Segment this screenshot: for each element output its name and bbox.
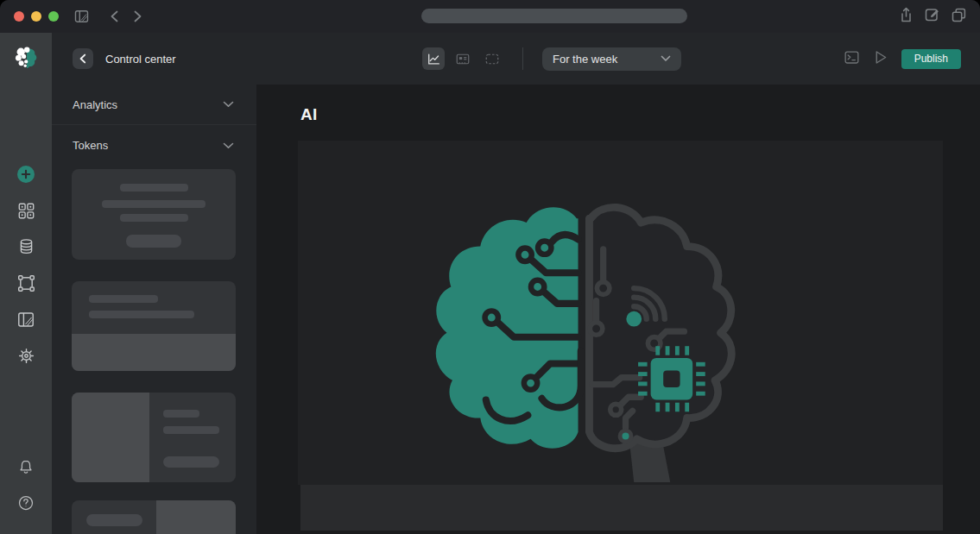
wifi-dot <box>626 311 642 327</box>
period-dropdown[interactable]: For the week <box>542 47 681 71</box>
token-skeleton-list <box>52 166 256 534</box>
minimize-button[interactable] <box>31 11 41 22</box>
view-card-icon[interactable] <box>452 47 474 70</box>
compose-icon[interactable] <box>925 7 940 26</box>
share-icon[interactable] <box>899 7 914 27</box>
sidebar-toggle-icon[interactable] <box>74 9 89 23</box>
period-dropdown-value: For the week <box>553 53 617 66</box>
app-window: Control center <box>0 0 980 534</box>
traffic-lights <box>14 11 59 22</box>
view-canvas-icon[interactable] <box>481 47 503 70</box>
skeleton-card[interactable] <box>72 169 236 260</box>
frame-icon[interactable] <box>16 273 36 293</box>
database-icon[interactable] <box>16 236 36 257</box>
page-heading: AI <box>300 105 980 124</box>
view-analytics-chart-icon[interactable] <box>422 47 445 70</box>
skeleton-card[interactable] <box>72 500 236 534</box>
app-logo[interactable] <box>13 45 39 74</box>
close-button[interactable] <box>14 11 24 22</box>
toolbar-divider <box>522 47 523 70</box>
lower-section-panel[interactable] <box>300 485 943 531</box>
toolbar-actions: Publish <box>844 33 961 85</box>
section-analytics-label: Analytics <box>73 98 117 111</box>
toolbar: Control center <box>52 33 980 85</box>
url-bar[interactable] <box>421 9 687 23</box>
tab-overview-icon[interactable] <box>952 8 966 26</box>
view-switcher: For the week <box>422 33 681 85</box>
chevron-down-icon <box>661 55 671 62</box>
skeleton-card[interactable] <box>72 281 236 371</box>
publish-button[interactable]: Publish <box>901 49 961 69</box>
titlebar-actions <box>899 0 966 33</box>
main-content: AI <box>256 85 980 534</box>
notifications-bell-icon[interactable] <box>16 456 36 477</box>
settings-gear-icon[interactable] <box>16 345 36 366</box>
skeleton-card[interactable] <box>72 393 236 482</box>
section-analytics[interactable]: Analytics <box>52 85 256 125</box>
zoom-button[interactable] <box>48 11 59 22</box>
section-tokens-label: Tokens <box>73 139 108 152</box>
history-forward-icon[interactable] <box>133 9 142 23</box>
ai-illustration-canvas[interactable] <box>298 141 943 485</box>
teal-node <box>620 430 631 442</box>
section-tokens[interactable]: Tokens <box>52 125 256 166</box>
run-play-icon[interactable] <box>873 49 888 69</box>
history-back-icon[interactable] <box>110 9 119 23</box>
icon-rail <box>0 33 52 534</box>
chevron-down-icon <box>223 101 234 108</box>
chevron-down-icon <box>223 142 234 149</box>
add-button[interactable] <box>16 164 36 185</box>
terminal-icon[interactable] <box>844 49 860 69</box>
pages-icon[interactable] <box>16 309 36 330</box>
ai-brain-illustration <box>423 175 744 482</box>
back-button[interactable] <box>73 48 93 69</box>
sidebar-panel: Analytics Tokens <box>52 85 256 534</box>
apps-grid-icon[interactable] <box>16 200 36 221</box>
page-title: Control center <box>105 53 176 66</box>
titlebar <box>0 0 980 33</box>
help-icon[interactable] <box>16 493 36 513</box>
